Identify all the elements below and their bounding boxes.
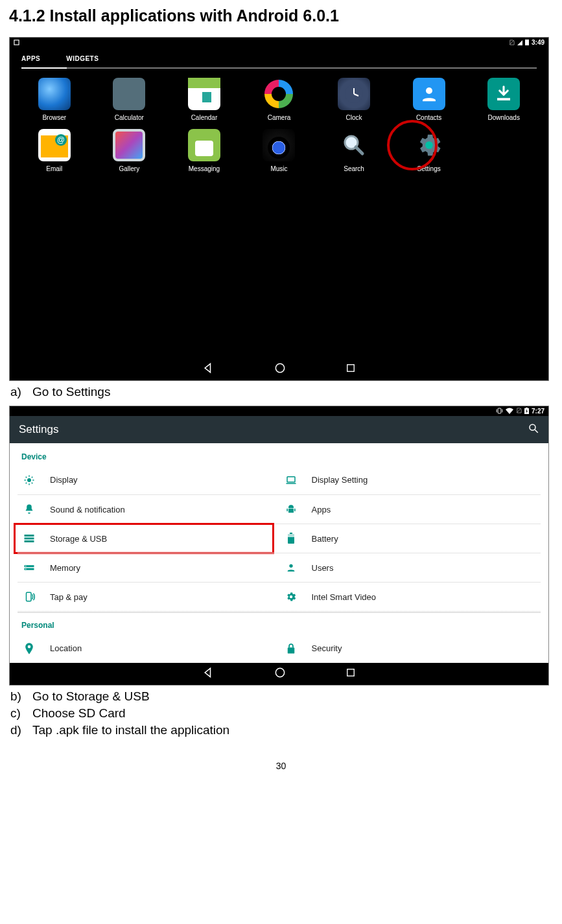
row-label: Display Setting xyxy=(312,475,368,485)
app-label: Downloads xyxy=(487,114,519,121)
home-icon[interactable] xyxy=(274,362,287,377)
home-icon[interactable] xyxy=(274,666,287,682)
row-label: Memory xyxy=(50,563,80,573)
status-time: 3:49 xyxy=(532,39,544,46)
step-c: c) Choose SD Card xyxy=(10,706,553,721)
row-label: Battery xyxy=(312,534,338,544)
calendar-icon xyxy=(188,78,220,110)
gear-icon xyxy=(285,590,298,603)
app-label: Clock xyxy=(346,114,362,121)
app-search[interactable]: Search xyxy=(321,129,387,172)
app-email[interactable]: Email xyxy=(21,129,88,172)
app-label: Settings xyxy=(417,165,441,172)
svg-point-44 xyxy=(289,564,292,568)
app-label: Calendar xyxy=(191,114,218,121)
svg-rect-0 xyxy=(14,40,19,45)
svg-point-20 xyxy=(27,478,31,482)
recents-icon[interactable] xyxy=(345,667,357,681)
system-nav-bar xyxy=(10,358,548,380)
step-text: Go to Settings xyxy=(32,385,110,399)
svg-rect-12 xyxy=(498,408,501,413)
app-label: Gallery xyxy=(119,165,140,172)
svg-line-26 xyxy=(32,482,33,483)
tab-apps[interactable]: APPS xyxy=(21,55,40,62)
row-label: Location xyxy=(50,643,82,653)
page-number: 30 xyxy=(9,761,553,771)
location-icon xyxy=(23,642,36,655)
messaging-icon xyxy=(188,129,220,161)
step-a: a) Go to Settings xyxy=(10,385,553,399)
row-display[interactable]: Display xyxy=(18,465,279,494)
settings-icon xyxy=(413,129,445,161)
svg-line-27 xyxy=(26,482,27,483)
row-location[interactable]: Location xyxy=(18,634,279,663)
app-label: Calculator xyxy=(115,114,144,121)
row-smart-video[interactable]: Intel Smart Video xyxy=(279,582,541,611)
status-time: 7:27 xyxy=(532,408,544,415)
calculator-icon xyxy=(113,78,145,110)
app-clock[interactable]: Clock xyxy=(321,78,387,121)
nfc-icon xyxy=(23,590,36,603)
svg-point-42 xyxy=(25,566,27,567)
svg-rect-11 xyxy=(347,365,354,372)
step-text: Tap .apk file to install the application xyxy=(32,723,229,737)
app-messaging[interactable]: Messaging xyxy=(171,129,237,172)
step-b: b) Go to Storage & USB xyxy=(10,689,553,704)
battery-charging-icon xyxy=(524,408,529,415)
app-downloads[interactable]: Downloads xyxy=(471,78,537,121)
email-icon xyxy=(38,129,71,161)
svg-line-8 xyxy=(356,147,362,154)
row-users[interactable]: Users xyxy=(279,553,541,582)
camera-icon xyxy=(263,78,295,110)
row-battery[interactable]: Battery xyxy=(279,524,541,553)
user-icon xyxy=(285,561,298,574)
svg-rect-47 xyxy=(287,647,294,653)
svg-point-43 xyxy=(25,569,27,570)
row-sound[interactable]: Sound & notification xyxy=(18,494,279,524)
search-icon[interactable] xyxy=(528,422,539,437)
svg-point-5 xyxy=(426,87,432,94)
back-icon[interactable] xyxy=(202,362,215,377)
app-camera[interactable]: Camera xyxy=(246,78,312,121)
app-browser[interactable]: Browser xyxy=(21,78,88,121)
back-icon[interactable] xyxy=(202,666,215,682)
svg-rect-36 xyxy=(25,540,34,542)
row-display-setting[interactable]: Display Setting xyxy=(279,465,541,494)
wifi-icon xyxy=(506,408,513,415)
row-tap-pay[interactable]: Tap & pay xyxy=(18,582,279,611)
row-memory[interactable]: Memory xyxy=(18,553,279,582)
row-label: Sound & notification xyxy=(50,505,125,514)
row-label: Display xyxy=(50,475,78,485)
app-label: Browser xyxy=(42,114,66,121)
no-sim-icon xyxy=(516,408,522,415)
app-settings[interactable]: Settings xyxy=(396,129,462,172)
row-label: Users xyxy=(312,563,334,573)
step-bullet: d) xyxy=(10,723,26,737)
row-label: Apps xyxy=(312,505,331,514)
step-d: d) Tap .apk file to install the applicat… xyxy=(10,723,553,737)
app-label: Email xyxy=(46,165,62,172)
tab-widgets[interactable]: WIDGETS xyxy=(66,55,99,62)
app-contacts[interactable]: Contacts xyxy=(396,78,462,121)
row-apps[interactable]: Apps xyxy=(279,494,541,524)
globe-icon xyxy=(38,78,71,110)
gallery-icon xyxy=(113,129,145,161)
svg-rect-32 xyxy=(287,509,288,512)
recents-icon[interactable] xyxy=(345,362,357,376)
screenshot-icon xyxy=(14,40,19,45)
app-calculator[interactable]: Calculator xyxy=(97,78,163,121)
row-security[interactable]: Security xyxy=(279,634,541,663)
svg-rect-6 xyxy=(497,98,510,100)
app-calendar[interactable]: Calendar xyxy=(171,78,237,121)
search-icon xyxy=(338,129,370,161)
svg-point-18 xyxy=(530,424,535,430)
app-gallery[interactable]: Gallery xyxy=(97,129,163,172)
screenshot-settings: 7:27 Settings Device Display Display Set… xyxy=(9,406,549,686)
step-bullet: b) xyxy=(10,689,26,704)
app-label: Music xyxy=(270,165,287,172)
status-bar: 3:49 xyxy=(10,38,548,47)
svg-point-48 xyxy=(275,668,284,676)
row-storage-usb[interactable]: Storage & USB xyxy=(18,524,279,553)
drawer-tabs: APPS WIDGETS xyxy=(21,54,537,65)
app-music[interactable]: Music xyxy=(246,129,312,172)
